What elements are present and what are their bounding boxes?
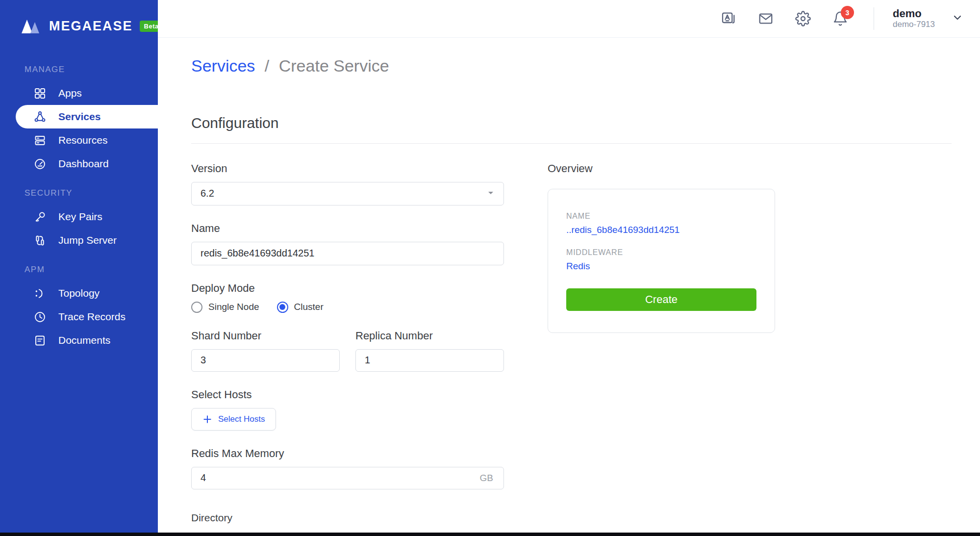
overview-field-name: NAME ..redis_6b8e41693dd14251	[566, 212, 756, 235]
sidebar-item-label: Topology	[58, 287, 100, 299]
overview-panel: Overview NAME ..redis_6b8e41693dd14251 M…	[548, 162, 775, 536]
name-label: Name	[191, 222, 504, 235]
version-label: Version	[191, 162, 504, 175]
sidebar-item-key-pairs[interactable]: Key Pairs	[0, 205, 158, 229]
redis-max-memory-input[interactable]	[191, 467, 504, 489]
sidebar-item-documents[interactable]: Documents	[0, 329, 158, 352]
user-account: demo-7913	[893, 20, 935, 29]
overview-middleware-value[interactable]: Redis	[566, 261, 756, 272]
sidebar-item-label: Jump Server	[58, 234, 117, 246]
select-hosts-button[interactable]: Select Hosts	[191, 408, 276, 431]
select-hosts-label: Select Hosts	[191, 388, 504, 401]
version-select[interactable]: 6.2	[191, 182, 504, 205]
sidebar-item-label: Dashboard	[58, 158, 109, 170]
sidebar-item-label: Key Pairs	[58, 211, 102, 223]
sidebar-item-apps[interactable]: Apps	[0, 81, 158, 105]
megaease-logo[interactable]: MEGAEASE Beta	[0, 0, 158, 52]
notifications-bell-icon[interactable]: 3	[832, 11, 848, 26]
radio-cluster-label: Cluster	[294, 302, 324, 312]
shard-number-label: Shard Number	[191, 330, 340, 342]
apps-icon	[33, 87, 47, 100]
radio-single-node-label: Single Node	[208, 302, 259, 312]
services-icon	[33, 110, 47, 124]
chevron-down-icon	[952, 12, 963, 26]
sidebar-item-dashboard[interactable]: Dashboard	[0, 152, 158, 176]
sidebar-item-label: Trace Records	[58, 311, 126, 323]
trace-records-icon	[33, 310, 47, 324]
overview-middleware-label: MIDDLEWARE	[566, 248, 756, 257]
sidebar-item-label: Resources	[58, 134, 107, 146]
sidebar-item-jump-server[interactable]: Jump Server	[0, 229, 158, 252]
overview-name-label: NAME	[566, 212, 756, 221]
sidebar-item-services[interactable]: Services	[16, 105, 158, 128]
breadcrumb: Services / Create Service	[191, 55, 952, 77]
notification-count-badge: 3	[841, 6, 854, 19]
deploy-mode-label: Deploy Mode	[191, 282, 504, 295]
resources-icon	[33, 134, 47, 147]
app-root: MEGAEASE Beta MANAGE Apps Services Resou…	[0, 0, 980, 536]
breadcrumb-services-link[interactable]: Services	[191, 56, 255, 75]
directory-label: Directory	[191, 512, 504, 524]
sidebar-item-label: Documents	[58, 334, 110, 346]
sidebar-item-resources[interactable]: Resources	[0, 128, 158, 152]
logo-mark-icon	[21, 18, 42, 34]
nav-section-security: SECURITY	[0, 188, 158, 198]
documents-icon	[33, 334, 47, 347]
radio-circle-checked[interactable]	[277, 302, 288, 313]
select-caret-icon	[487, 188, 495, 199]
beta-badge: Beta	[140, 21, 158, 32]
settings-gear-icon[interactable]	[795, 11, 811, 26]
create-button[interactable]: Create	[566, 288, 756, 311]
sidebar-item-trace-records[interactable]: Trace Records	[0, 305, 158, 329]
memory-unit-label: GB	[480, 473, 493, 484]
sidebar-item-topology[interactable]: Topology	[0, 281, 158, 305]
page-content: Services / Create Service Configuration …	[158, 38, 980, 536]
translate-icon[interactable]	[721, 11, 736, 26]
section-divider	[191, 143, 952, 144]
sidebar-item-label: Services	[58, 111, 101, 123]
overview-card: NAME ..redis_6b8e41693dd14251 MIDDLEWARE…	[548, 189, 775, 333]
radio-cluster[interactable]: Cluster	[277, 302, 324, 313]
dashboard-icon	[33, 157, 47, 171]
plus-icon	[202, 414, 212, 424]
overview-name-value[interactable]: ..redis_6b8e41693dd14251	[566, 225, 756, 235]
jump-server-icon	[33, 234, 47, 247]
overview-field-middleware: MIDDLEWARE Redis	[566, 248, 756, 272]
radio-single-node[interactable]: Single Node	[191, 302, 259, 313]
sidebar-item-label: Apps	[58, 87, 82, 99]
configuration-title: Configuration	[191, 115, 952, 131]
version-selected-value: 6.2	[201, 188, 214, 199]
deploy-mode-radio-group: Single Node Cluster	[191, 302, 504, 313]
shard-number-input[interactable]	[191, 349, 340, 372]
topology-icon	[33, 287, 47, 300]
mail-icon[interactable]	[758, 11, 774, 26]
topbar: 3 demo demo-7913	[158, 0, 980, 38]
sidebar: MEGAEASE Beta MANAGE Apps Services Resou…	[0, 0, 158, 536]
replica-number-input[interactable]	[355, 349, 504, 372]
screen-bottom-edge	[0, 533, 980, 536]
user-name: demo	[893, 7, 935, 20]
topbar-divider	[874, 7, 874, 30]
breadcrumb-current: Create Service	[279, 56, 389, 75]
nav-section-manage: MANAGE	[0, 65, 158, 75]
replica-number-label: Replica Number	[355, 330, 504, 342]
overview-title: Overview	[548, 162, 775, 175]
key-pairs-icon	[33, 210, 47, 224]
user-menu[interactable]: demo demo-7913	[893, 7, 963, 30]
name-input[interactable]	[191, 242, 504, 265]
breadcrumb-separator: /	[265, 56, 269, 75]
main-area: 3 demo demo-7913 Services / Create Servi…	[158, 0, 980, 536]
configuration-form: Version 6.2 Name Deploy Mode	[191, 162, 504, 536]
redis-max-memory-label: Redis Max Memory	[191, 447, 504, 460]
select-hosts-button-label: Select Hosts	[218, 414, 265, 424]
radio-circle-unchecked[interactable]	[191, 302, 202, 313]
logo-text: MEGAEASE	[49, 19, 133, 34]
nav-section-apm: APM	[0, 265, 158, 275]
